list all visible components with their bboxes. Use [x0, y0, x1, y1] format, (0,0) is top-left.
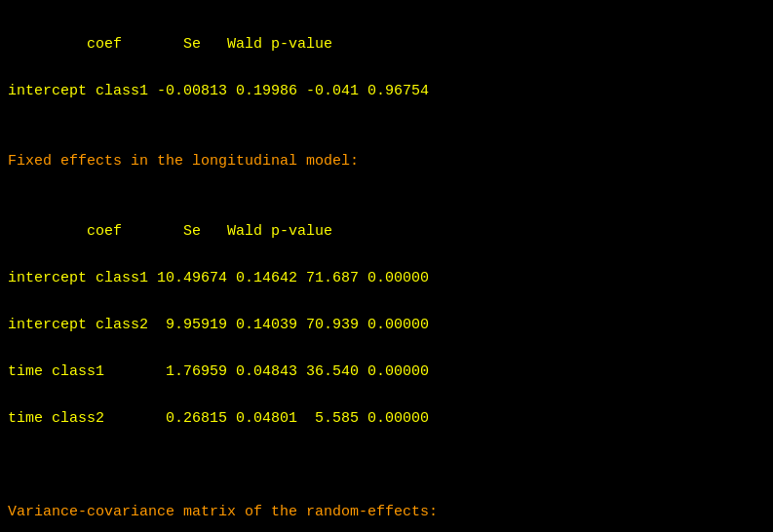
survival-row1: intercept class1 -0.00813 0.19986 -0.041… [8, 83, 429, 99]
fixed-effects-label: Fixed effects in the longitudinal model: [8, 153, 359, 170]
fixed-effects-row1: intercept class1 10.49674 0.14642 71.687… [8, 270, 429, 286]
survival-columns: coef Se Wald p-value [8, 36, 332, 53]
fixed-effects-row2: intercept class2 9.95919 0.14039 70.939 … [8, 317, 429, 333]
variance-label: Variance-covariance matrix of the random… [8, 504, 438, 520]
output-container: coef Se Wald p-value intercept class1 -0… [8, 10, 765, 532]
fixed-effects-row4: time class2 0.26815 0.04801 5.585 0.0000… [8, 410, 429, 427]
fixed-effects-columns: coef Se Wald p-value [8, 223, 332, 240]
fixed-effects-row3: time class1 1.76959 0.04843 36.540 0.000… [8, 363, 429, 380]
